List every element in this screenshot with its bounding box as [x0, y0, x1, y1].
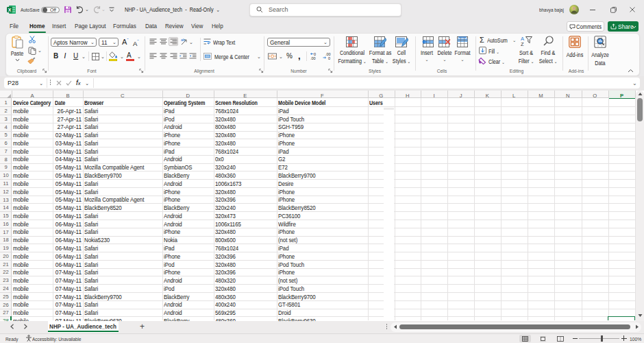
svg-text:Z: Z [521, 41, 524, 47]
svg-text:ab: ab [181, 38, 185, 42]
svg-text:.00: .00 [310, 56, 316, 60]
svg-text:X: X [8, 8, 12, 12]
svg-text:0: 0 [328, 56, 330, 60]
